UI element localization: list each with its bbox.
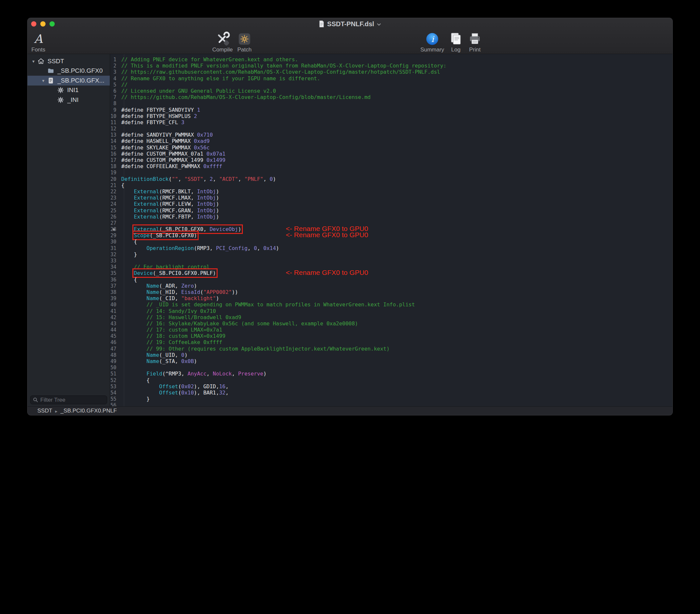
code-line-12[interactable]: 12 <box>110 125 673 132</box>
code-line-11[interactable]: 11#define FBTYPE_CFL 3 <box>110 119 673 125</box>
line-content: // Rename GFX0 to anything else if your … <box>121 75 320 82</box>
sidebar-item-ssdt[interactable]: ▾SSDT <box>27 57 110 66</box>
code-line-45[interactable]: 45 // 18: custom LMAX=0x1499 <box>110 333 673 339</box>
code-line-48[interactable]: 48 Name(_UID, 0) <box>110 352 673 358</box>
code-token: #define FBTYPE_HSWPLUS <box>121 113 194 119</box>
code-line-22[interactable]: 22 External(RMCF.BKLT, IntObj) <box>110 188 673 195</box>
line-number: 22 <box>110 189 121 195</box>
code-token: ) <box>238 226 241 232</box>
code-line-36[interactable]: 36 { <box>110 277 673 283</box>
code-line-41[interactable]: 41 // 14: Sandy/Ivy 0x710 <box>110 308 673 314</box>
code-line-39[interactable]: 39 Name(_CID, "backlight") <box>110 295 673 301</box>
method-icon <box>57 87 64 94</box>
zoom-icon[interactable] <box>49 21 55 26</box>
code-line-32[interactable]: 32 } <box>110 251 673 258</box>
code-line-50[interactable]: 50 <box>110 364 673 371</box>
code-line-2[interactable]: 2// This is a modified PNLF version orig… <box>110 63 673 69</box>
code-line-33[interactable]: 33 <box>110 258 673 264</box>
code-line-30[interactable]: 30 { <box>110 239 673 245</box>
code-token: (RMCF.FBTP, <box>159 214 197 220</box>
code-token: // 18: custom LMAX=0x1499 <box>147 333 225 339</box>
line-content: { <box>121 182 125 188</box>
code-line-25[interactable]: 25 External(RMCF.GRAN, IntObj) <box>110 208 673 214</box>
code-line-7[interactable]: 7// https://github.com/RehabMan/OS-X-Clo… <box>110 94 673 100</box>
code-line-31[interactable]: 31 OperationRegion(RMP3, PCI_Config, 0, … <box>110 245 673 251</box>
line-number: 28 <box>110 226 121 233</box>
line-number: 50 <box>110 365 121 371</box>
code-token: , <box>257 245 263 251</box>
line-content: #define CUSTOM_PWMMAX_1499 0x1499 <box>121 157 225 163</box>
line-number: 37 <box>110 283 121 289</box>
close-icon[interactable] <box>31 21 36 26</box>
filter-tree-input[interactable]: Filter Tree <box>30 396 107 404</box>
code-editor[interactable]: 1// Adding PNLF device for WhateverGreen… <box>110 54 673 406</box>
code-line-16[interactable]: 16#define CUSTOM_PWMMAX_07a1 0x07a1 <box>110 151 673 157</box>
breadcrumb-path[interactable]: _SB.PCI0.GFX0.PNLF <box>60 408 117 414</box>
code-token: ( <box>178 390 181 396</box>
fonts-button[interactable]: A Fonts <box>27 32 52 53</box>
code-line-43[interactable]: 43 // 16: Skylake/KabyLake 0x56c (and so… <box>110 321 673 327</box>
filter-wrap: Filter Tree <box>30 396 107 404</box>
code-line-15[interactable]: 15#define SKYLAKE_PWMMAX 0x56c <box>110 145 673 151</box>
code-line-47[interactable]: 47 // 99: Other (requires custom AppleBa… <box>110 346 673 352</box>
code-line-29[interactable]: 29 Scope(_SB.PCI0.GFX0)<- Rename GFX0 to… <box>110 232 673 239</box>
titlebar[interactable]: SSDT-PNLF.dsl <box>27 18 673 30</box>
disclosure-triangle-icon[interactable]: ▾ <box>39 78 47 83</box>
code-line-21[interactable]: 21{ <box>110 182 673 188</box>
code-line-18[interactable]: 18#define COFFEELAKE_PWMMAX 0xffff <box>110 163 673 170</box>
code-line-27[interactable]: 27 <box>110 220 673 226</box>
sidebar-item-sb-pci0-gfx0[interactable]: _SB.PCI0.GFX0 <box>27 66 110 76</box>
code-line-37[interactable]: 37 Name(_ADR, Zero) <box>110 283 673 289</box>
code-line-28[interactable]: 28 External(_SB.PCI0.GFX0, DeviceObj)<- … <box>110 226 673 232</box>
code-line-17[interactable]: 17#define CUSTOM_PWMMAX_1499 0x1499 <box>110 157 673 163</box>
code-line-44[interactable]: 44 // 17: custom LMAX=0x7a1 <box>110 327 673 333</box>
code-token: "APP0002" <box>203 289 232 295</box>
line-content: // 17: custom LMAX=0x7a1 <box>121 327 222 333</box>
line-number: 23 <box>110 195 121 201</box>
code-line-6[interactable]: 6// Licensed under GNU General Public Li… <box>110 88 673 94</box>
code-line-14[interactable]: 14#define HASWELL_PWMMAX 0xad9 <box>110 138 673 144</box>
code-line-24[interactable]: 24 External(RMCF.LEVW, IntObj) <box>110 201 673 207</box>
chevron-down-icon[interactable] <box>377 23 382 26</box>
line-number: 52 <box>110 377 121 384</box>
ssdt-tree: ▾SSDT_SB.PCI0.GFX0▾_SB.PCI0.GFX...INI1_I… <box>27 54 110 105</box>
code-line-51[interactable]: 51 Field(^RMP3, AnyAcc, NoLock, Preserve… <box>110 371 673 377</box>
code-line-56[interactable]: 56 <box>110 402 673 406</box>
code-line-26[interactable]: 26 External(RMCF.FBTP, IntObj) <box>110 214 673 220</box>
disclosure-triangle-icon[interactable]: ▾ <box>29 59 37 64</box>
code-line-23[interactable]: 23 External(RMCF.LMAX, IntObj) <box>110 195 673 201</box>
code-line-9[interactable]: 9#define FBTYPE_SANDYIVY 1 <box>110 107 673 113</box>
minimize-icon[interactable] <box>40 21 46 26</box>
code-line-20[interactable]: 20DefinitionBlock("", "SSDT", 2, "ACDT",… <box>110 176 673 182</box>
sidebar-item-sb-pci0-gfx[interactable]: ▾_SB.PCI0.GFX... <box>27 76 110 86</box>
code-line-54[interactable]: 54 Offset(0x10), BAR1,32, <box>110 390 673 396</box>
code-line-4[interactable]: 4// Rename GFX0 to anything else if your… <box>110 75 673 82</box>
statusbar: SSDT ▸ _SB.PCI0.GFX0.PNLF <box>27 406 673 415</box>
scope-icon <box>47 77 54 84</box>
print-button[interactable]: Print <box>461 32 489 53</box>
code-line-42[interactable]: 42 // 15: Haswell/Broadwell 0xad9 <box>110 314 673 321</box>
code-line-34[interactable]: 34 // For backlight control <box>110 264 673 270</box>
code-line-19[interactable]: 19 <box>110 170 673 176</box>
code-line-38[interactable]: 38 Name(_HID, EisaId("APP0002")) <box>110 289 673 295</box>
breadcrumb-root[interactable]: SSDT <box>37 408 52 414</box>
sidebar-item-ini[interactable]: _INI <box>27 95 110 105</box>
code-token: // For backlight control <box>134 264 210 270</box>
code-line-55[interactable]: 55 } <box>110 396 673 402</box>
code-line-52[interactable]: 52 { <box>110 377 673 383</box>
code-line-49[interactable]: 49 Name(_STA, 0x0B) <box>110 358 673 364</box>
code-line-53[interactable]: 53 Offset(0x02), GDID,16, <box>110 383 673 390</box>
sidebar-item-ini1[interactable]: INI1 <box>27 86 110 95</box>
code-line-8[interactable]: 8 <box>110 100 673 106</box>
code-line-10[interactable]: 10#define FBTYPE_HSWPLUS 2 <box>110 113 673 119</box>
code-line-40[interactable]: 40 // _UID is set depending on PWMMax to… <box>110 301 673 308</box>
patch-button[interactable]: Patch <box>231 32 258 53</box>
compile-label: Compile <box>212 47 233 53</box>
code-line-35[interactable]: 35 Device(_SB.PCI0.GFX0.PNLF)<- Rename G… <box>110 270 673 276</box>
code-line-46[interactable]: 46 // 19: CoffeeLake 0xffff <box>110 339 673 345</box>
code-line-3[interactable]: 3// https://raw.githubusercontent.com/Re… <box>110 69 673 75</box>
code-line-5[interactable]: 5// <box>110 82 673 88</box>
code-line-1[interactable]: 1// Adding PNLF device for WhateverGreen… <box>110 57 673 63</box>
code-line-13[interactable]: 13#define SANDYIVY_PWMMAX 0x710 <box>110 132 673 138</box>
code-token: // _UID is set depending on PWMMax to ma… <box>147 301 415 308</box>
